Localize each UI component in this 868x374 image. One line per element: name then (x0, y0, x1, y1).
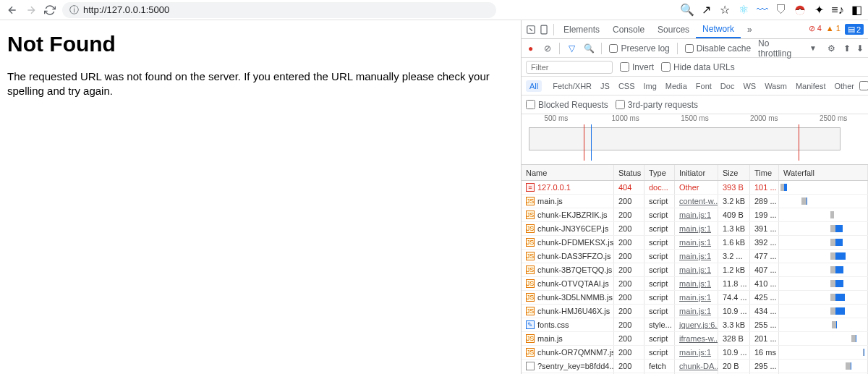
tab-overflow[interactable]: » (741, 20, 759, 38)
request-initiator[interactable]: content-w... (675, 195, 718, 208)
request-initiator[interactable]: main.js:1 (675, 236, 718, 249)
error-badge[interactable]: ⊘ 4 (809, 24, 822, 35)
shield-icon[interactable]: ⛉ (775, 4, 787, 16)
device-toggle-icon[interactable] (537, 23, 550, 36)
col-name[interactable]: Name (522, 165, 614, 180)
info-icon[interactable]: ⓘ (69, 4, 79, 17)
col-initiator[interactable]: Initiator (675, 165, 718, 180)
zoom-icon[interactable]: 🔍 (681, 4, 693, 16)
network-row[interactable]: JSchunk-OTVQTAAI.js200scriptmain.js:111.… (522, 277, 868, 291)
request-initiator[interactable]: iframes-w... (675, 332, 718, 345)
url-text: http://127.0.0.1:5000 (83, 4, 169, 15)
network-row[interactable]: ✎fonts.css200style...jquery.js:6...3.3 k… (522, 318, 868, 332)
filter-toggle-icon[interactable]: ▽ (567, 43, 576, 54)
request-initiator[interactable]: main.js:1 (675, 305, 718, 318)
request-initiator[interactable]: main.js:1 (675, 346, 718, 359)
disable-cache-checkbox[interactable]: Disable cache (685, 43, 751, 54)
tab-network[interactable]: Network (696, 20, 741, 38)
request-initiator[interactable]: chunk-DA... (675, 360, 718, 373)
request-initiator[interactable]: main.js:1 (675, 208, 718, 221)
blocked-requests-checkbox[interactable]: Blocked Requests (526, 100, 608, 110)
tab-console[interactable]: Console (606, 20, 651, 38)
request-name: main.js (537, 334, 563, 343)
type-filter-other[interactable]: Other (830, 80, 858, 92)
has-blocked-checkbox[interactable]: Has blocke (859, 81, 868, 91)
react-devtools-icon[interactable]: ⚛ (738, 4, 749, 16)
network-row[interactable]: ≡127.0.0.1404doc...Other393 B101 ... (522, 181, 868, 195)
type-filter-manifest[interactable]: Manifest (792, 80, 830, 92)
network-row[interactable]: JSchunk-3B7QETQQ.js200scriptmain.js:11.2… (522, 263, 868, 277)
network-row[interactable]: JSchunk-HMJ6U46X.js200scriptmain.js:110.… (522, 305, 868, 318)
col-type[interactable]: Type (644, 165, 675, 180)
record-button[interactable]: ● (526, 43, 535, 54)
type-filter-css[interactable]: CSS (615, 80, 639, 92)
clear-button[interactable]: ⊘ (542, 43, 552, 54)
address-bar[interactable]: ⓘ http://127.0.0.1:5000 (62, 2, 496, 18)
import-icon[interactable]: ⬆ (843, 43, 851, 54)
panel-icon[interactable]: ◧ (851, 4, 862, 16)
request-type: fetch (644, 360, 675, 373)
request-initiator[interactable]: main.js:1 (675, 277, 718, 290)
network-row[interactable]: JSchunk-EKJBZRIK.js200scriptmain.js:1409… (522, 208, 868, 222)
type-filter-fetchxhr[interactable]: Fetch/XHR (549, 80, 595, 92)
network-row[interactable]: JSchunk-3D5LNMMB.js200scriptmain.js:174.… (522, 291, 868, 305)
pokeball-icon[interactable] (794, 4, 806, 16)
warning-badge[interactable]: ▲ 1 (826, 24, 841, 35)
filter-input[interactable] (526, 61, 613, 74)
message-badge[interactable]: ▤ 2 (845, 24, 864, 35)
type-filter-font[interactable]: Font (692, 80, 715, 92)
network-row[interactable]: JSmain.js200scriptcontent-w...3.2 kB289 … (522, 195, 868, 208)
filter-bar: Invert Hide data URLs (522, 58, 868, 77)
request-initiator[interactable]: main.js:1 (675, 222, 718, 235)
network-row[interactable]: ?sentry_key=b8fdd4...200fetchchunk-DA...… (522, 360, 868, 373)
type-filter-wasm[interactable]: Wasm (761, 80, 791, 92)
type-filter-doc[interactable]: Doc (717, 80, 739, 92)
third-party-checkbox[interactable]: 3rd-party requests (616, 100, 698, 110)
extensions-icon[interactable]: ✦ (813, 4, 825, 16)
type-filter-all[interactable]: All (526, 80, 542, 92)
playlist-icon[interactable]: ≡♪ (832, 4, 843, 16)
request-waterfall (779, 277, 868, 290)
request-initiator[interactable]: main.js:1 (675, 263, 718, 276)
hide-data-urls-checkbox[interactable]: Hide data URLs (661, 62, 735, 72)
network-conditions-icon[interactable]: ⚙ (827, 43, 836, 54)
col-size[interactable]: Size (718, 165, 750, 180)
type-filter-js[interactable]: JS (597, 80, 613, 92)
tab-sources[interactable]: Sources (651, 20, 696, 38)
type-filter-img[interactable]: Img (640, 80, 660, 92)
bookmark-icon[interactable]: ☆ (719, 4, 731, 16)
request-initiator[interactable]: main.js:1 (675, 250, 718, 263)
chevron-down-icon[interactable]: ▼ (809, 44, 817, 52)
network-row[interactable]: JSchunk-DFDMEKSX.js200scriptmain.js:11.6… (522, 236, 868, 250)
network-row[interactable]: JSchunk-DAS3FFZO.js200scriptmain.js:13.2… (522, 250, 868, 263)
back-button[interactable] (6, 4, 19, 17)
request-type: script (644, 263, 675, 276)
network-row[interactable]: JSchunk-JN3Y6CEP.js200scriptmain.js:11.3… (522, 222, 868, 236)
share-icon[interactable]: ↗ (700, 4, 712, 16)
wave-icon[interactable]: 〰 (757, 4, 768, 16)
search-icon[interactable]: 🔍 (584, 43, 594, 54)
request-size: 10.9 ... (718, 305, 750, 318)
file-icon: JS (526, 348, 535, 357)
network-row[interactable]: JSmain.js200scriptiframes-w...328 B201 .… (522, 332, 868, 346)
export-icon[interactable]: ⬇ (856, 43, 864, 54)
invert-checkbox[interactable]: Invert (620, 62, 654, 72)
type-filter-media[interactable]: Media (662, 80, 691, 92)
tab-elements[interactable]: Elements (557, 20, 606, 38)
col-status[interactable]: Status (614, 165, 644, 180)
request-initiator[interactable]: Other (675, 181, 718, 194)
request-initiator[interactable]: jquery.js:6... (675, 318, 718, 331)
throttling-select[interactable]: No throttling (758, 38, 802, 59)
preserve-log-checkbox[interactable]: Preserve log (609, 43, 669, 54)
forward-button[interactable] (25, 4, 38, 17)
inspect-icon[interactable] (524, 23, 537, 36)
type-filter-ws[interactable]: WS (739, 80, 760, 92)
reload-button[interactable] (43, 4, 56, 17)
file-icon: JS (526, 197, 535, 205)
request-initiator[interactable]: main.js:1 (675, 291, 718, 304)
col-waterfall[interactable]: Waterfall (779, 165, 868, 180)
network-row[interactable]: JSchunk-OR7QMNM7.js200scriptmain.js:110.… (522, 346, 868, 360)
request-status: 200 (614, 291, 644, 304)
col-time[interactable]: Time (750, 165, 779, 180)
timeline-overview[interactable]: 500 ms1000 ms1500 ms2000 ms2500 ms (522, 114, 868, 165)
